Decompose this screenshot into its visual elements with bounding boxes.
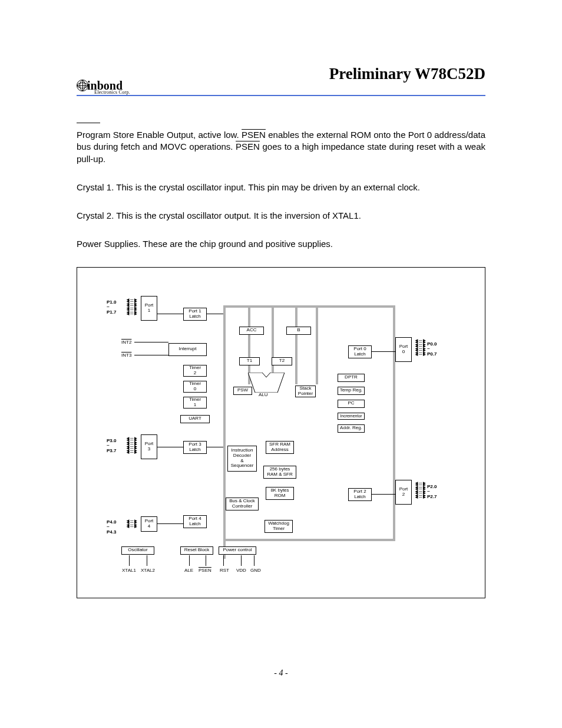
acc-box: ACC	[239, 327, 264, 335]
short-rule	[77, 123, 100, 123]
t1-box: T1	[239, 357, 260, 365]
port4-box: Port4	[141, 516, 157, 532]
port1-latch-box: Port 1Latch	[183, 308, 207, 321]
port0-latch-box: Port 0Latch	[348, 345, 372, 358]
dptr-box: DPTR	[338, 374, 365, 382]
ale-pin-label: ALE	[184, 568, 193, 574]
block-diagram: P1.0~P1.7 ◄─► ◄─► ◄─► ◄─► ◄─► ◄─► ◄─► ◄─…	[77, 267, 485, 598]
body-text: Program Store Enable Output, active low.…	[77, 123, 485, 598]
page-number: - 4 -	[0, 668, 562, 678]
port4-arrows: ◄─► ◄─► ◄─► ◄─►	[125, 520, 138, 528]
p3-range-label: P3.0~P3.7	[107, 439, 116, 454]
vdd-pin-label: VDD	[236, 568, 246, 574]
port0-arrows: ◄─► ◄─► ◄─► ◄─► ◄─► ◄─► ◄─► ◄─►	[414, 340, 427, 356]
ram-box: 256 bytesRAM & SFR	[263, 466, 296, 479]
t2-box: T2	[272, 357, 292, 365]
page-title: Preliminary W78C52D	[77, 65, 485, 83]
b-box: B	[286, 327, 311, 335]
port2-box: Port2	[395, 480, 412, 505]
timer2-box: Timer2	[183, 365, 207, 377]
rst-pin-label: RST	[220, 568, 229, 574]
alu-label: ALU	[259, 393, 268, 398]
gnd-pin-label: GND	[250, 568, 261, 574]
sfr-ram-address-box: SFR RAMAddress	[266, 441, 294, 454]
psen-signal-1: PSEN	[242, 130, 266, 140]
instruction-decoder-box: InstructionDecoder&Sequencer	[227, 446, 257, 472]
port3-arrows: ◄─► ◄─► ◄─► ◄─► ◄─► ◄─► ◄─► ◄─►	[125, 437, 138, 454]
svg-marker-0	[248, 373, 285, 393]
xtal1-paragraph: Crystal 1. This is the crystal oscillato…	[77, 182, 485, 193]
port3-latch-box: Port 3Latch	[183, 441, 207, 454]
timer1-box: Timer1	[183, 397, 207, 409]
globe-icon	[77, 80, 88, 91]
logo-subtitle: Electronics Corp.	[94, 90, 130, 95]
power-paragraph: Power Supplies. These are the chip groun…	[77, 238, 485, 250]
reset-block-box: Reset Block	[180, 546, 213, 555]
xtal2-pin-label: XTAL2	[141, 568, 155, 574]
interrupt-box: Interrupt	[168, 343, 207, 356]
psen-paragraph: Program Store Enable Output, active low.…	[77, 129, 485, 165]
port1-arrows: ◄─► ◄─► ◄─► ◄─► ◄─► ◄─► ◄─► ◄─►	[125, 299, 138, 315]
oscillator-box: Oscillator	[121, 546, 154, 555]
p4-range-label: P4.0~P4.3	[107, 520, 116, 535]
xtal2-paragraph: Crystal 2. This is the crystal oscillato…	[77, 210, 485, 222]
header-rule	[77, 95, 485, 96]
port2-arrows: ◄─► ◄─► ◄─► ◄─► ◄─► ◄─► ◄─► ◄─►	[414, 482, 427, 499]
psen-signal-2: PSEN	[236, 141, 260, 151]
port2-latch-box: Port 2Latch	[348, 488, 372, 501]
p2-range-label: P2.0~P2.7	[427, 485, 437, 500]
bus-clock-controller-box: Bus & ClockController	[226, 498, 259, 510]
int2-label: INT2	[121, 340, 131, 345]
uart-box: UART	[180, 415, 210, 423]
port1-box: Port1	[141, 296, 157, 321]
p0-range-label: P0.0~P0.7	[427, 342, 437, 357]
port4-latch-box: Port 4Latch	[183, 515, 207, 528]
temp-reg-box: Temp Reg.	[338, 387, 365, 395]
int3-label: INT3	[121, 353, 131, 358]
header: Preliminary W78C52D inbond Electronics C…	[77, 65, 485, 96]
psen-pre: Program Store Enable Output, active low.	[77, 130, 242, 140]
addr-reg-box: Addr. Reg.	[338, 424, 365, 433]
winbond-logo: inbond Electronics Corp.	[77, 80, 130, 95]
incrementor-box: Incrementor	[338, 413, 365, 420]
xtal1-pin-label: XTAL1	[122, 568, 136, 574]
watchdog-timer-box: WatchdogTimer	[265, 520, 293, 533]
timer0-box: Timer0	[183, 381, 207, 393]
port0-box: Port0	[395, 337, 412, 362]
power-control-box: Power control	[219, 546, 256, 555]
port3-box: Port3	[141, 434, 157, 459]
p1-range-label: P1.0~P1.7	[107, 300, 116, 315]
alu-shape	[248, 373, 285, 393]
psen-pin-label: PSEN	[199, 568, 211, 574]
pc-box: PC	[338, 400, 365, 408]
rom-box: 8K bytesROM	[266, 487, 294, 500]
stack-pointer-box: StackPointer	[295, 386, 316, 397]
